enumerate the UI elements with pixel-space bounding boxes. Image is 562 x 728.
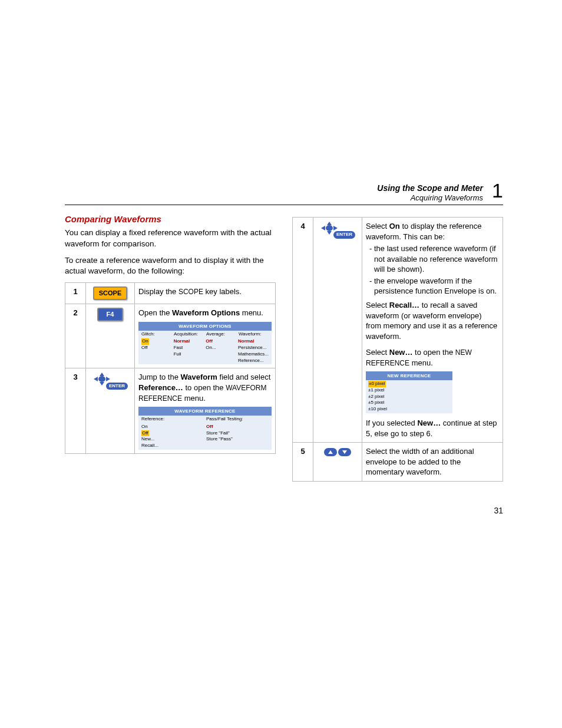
step-number: 5: [293, 443, 313, 482]
enter-dpad-icon: ENTER: [92, 372, 128, 390]
right-column: 4 E: [292, 213, 503, 482]
f4-button-icon: F4: [97, 308, 124, 321]
step-text: Select the width of an additional envelo…: [362, 443, 503, 482]
step-row-3: 3 E: [65, 368, 276, 453]
up-down-arrow-icon: [324, 448, 351, 456]
step-row-2: 2 F4 Open the Waveform Options menu. WAV…: [65, 304, 276, 368]
step-text: Open the Waveform Options menu. WAVEFORM…: [135, 304, 276, 368]
intro-paragraph-2: To create a reference waveform and to di…: [65, 255, 276, 276]
left-column: Comparing Waveforms You can display a fi…: [65, 213, 276, 482]
step-text: Jump to the Waveform field and select Re…: [135, 368, 276, 453]
waveform-reference-menu: WAVEFORM REFERENCE Reference: Pass/Fail …: [138, 407, 272, 450]
steps-table-right: 4 E: [292, 217, 503, 482]
svg-point-1: [326, 225, 333, 231]
scope-button-icon: SCOPE: [93, 286, 128, 300]
new-reference-menu: NEW REFERENCE ±0 pixel ±1 pixel ±2 pixel…: [366, 371, 452, 413]
intro-paragraph-1: You can display a fixed reference wavefo…: [65, 228, 276, 249]
header-title: Using the Scope and Meter: [65, 183, 503, 193]
page-number: 31: [494, 506, 503, 515]
step-text: Select On to display the reference wavef…: [362, 218, 503, 443]
step-row-5: 5 Select the width of an additional enve…: [293, 443, 503, 482]
header-subtitle: Acquiring Waveforms: [65, 193, 503, 202]
enter-dpad-icon: ENTER: [320, 221, 355, 239]
waveform-options-menu: WAVEFORM OPTIONS Glitch: Acquisition: Av…: [138, 322, 272, 365]
step-number: 1: [65, 283, 86, 304]
step-text: Display the SCOPE key labels.: [135, 283, 276, 304]
step-number: 2: [65, 304, 86, 368]
step-number: 4: [293, 218, 313, 443]
chapter-number: 1: [492, 179, 503, 202]
step-number: 3: [65, 368, 86, 453]
step-row-1: 1 SCOPE Display the SCOPE key labels.: [65, 283, 276, 304]
step-row-4: 4 E: [293, 218, 503, 443]
steps-table-left: 1 SCOPE Display the SCOPE key labels. 2 …: [65, 282, 276, 454]
section-title: Comparing Waveforms: [65, 213, 276, 225]
page-header: Using the Scope and Meter Acquiring Wave…: [65, 183, 503, 205]
svg-point-0: [98, 376, 105, 382]
